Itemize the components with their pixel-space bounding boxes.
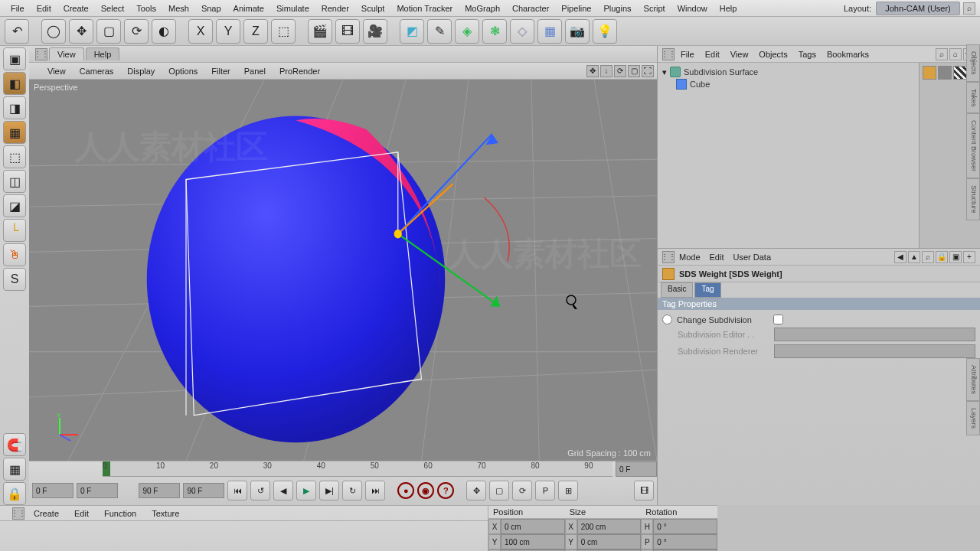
coord-size-field[interactable]: 0 cm — [577, 534, 642, 549]
menu-pipeline[interactable]: Pipeline — [555, 2, 597, 15]
matmenu-create[interactable]: Create — [28, 507, 65, 520]
panel-grip-icon[interactable]: ⋮⋮ — [35, 48, 47, 60]
coord-system-toggle[interactable]: ⬚ — [271, 19, 296, 44]
sidetab-structure[interactable]: Structure — [966, 178, 980, 220]
obj-panel-grip-icon[interactable]: ⋮⋮ — [662, 48, 675, 60]
obj-home-icon[interactable]: ⌂ — [949, 48, 962, 60]
go-start-button[interactable]: ⏮ — [227, 481, 247, 500]
view-rotate-icon[interactable]: ⟳ — [614, 65, 626, 77]
attrmenu-edit[interactable]: Edit — [705, 251, 729, 263]
attr-search-icon[interactable]: ⌕ — [922, 251, 934, 263]
menu-animate[interactable]: Animate — [227, 2, 270, 15]
sidetab-attributes[interactable]: Attributes — [966, 358, 980, 401]
disclosure-icon[interactable]: ▾ — [662, 67, 667, 77]
objmenu-objects[interactable]: Objects — [754, 48, 792, 60]
snap-enable-button[interactable]: 🧲 — [3, 433, 26, 456]
timeline-current-frame[interactable]: 0 F — [616, 461, 657, 477]
prev-frame-button[interactable]: ◀ — [273, 481, 293, 500]
axis-x-toggle[interactable]: X — [188, 19, 213, 44]
view-move-icon[interactable]: ✥ — [586, 65, 599, 77]
objmenu-file[interactable]: File — [676, 48, 699, 60]
menu-window[interactable]: Window — [671, 2, 714, 15]
sidetab-takes[interactable]: Takes — [966, 82, 980, 114]
layout-dropdown[interactable]: John-CAM (User) — [876, 2, 960, 15]
next-frame-button[interactable]: ▶| — [319, 481, 339, 500]
axis-y-toggle[interactable]: Y — [216, 19, 240, 44]
perspective-viewport[interactable]: Perspective — [29, 80, 657, 461]
autokey-button[interactable]: ◉ — [417, 482, 434, 499]
menu-plugins[interactable]: Plugins — [597, 2, 637, 15]
go-end-button[interactable]: ⏭ — [365, 481, 385, 500]
attr-prev-icon[interactable]: ◀ — [894, 251, 906, 263]
attr-tab-basic[interactable]: Basic — [661, 282, 693, 298]
texture-mode-button[interactable]: ◨ — [3, 96, 26, 119]
menu-mograph[interactable]: MoGraph — [459, 2, 506, 15]
obj-search-icon[interactable]: ⌕ — [936, 48, 948, 60]
sidetab-content-browser[interactable]: Content Browser — [966, 113, 980, 178]
timeline-start-field[interactable]: 0 F — [32, 483, 74, 498]
attr-new-icon[interactable]: ▣ — [949, 251, 962, 263]
change-subdivision-checkbox[interactable] — [773, 315, 783, 324]
key-scale-button[interactable]: ▢ — [489, 481, 509, 500]
workplane-mode-button[interactable]: ▦ — [3, 121, 26, 144]
tweak-mode-button[interactable]: 🖱 — [3, 243, 26, 266]
viewmenu-view[interactable]: View — [41, 65, 72, 77]
coord-size-field[interactable]: 200 cm — [577, 519, 642, 534]
attr-up-icon[interactable]: ▲ — [908, 251, 920, 263]
objmenu-edit[interactable]: Edit — [701, 48, 724, 60]
change-subdivision-radio[interactable] — [662, 315, 672, 324]
menu-sculpt[interactable]: Sculpt — [355, 2, 391, 15]
viewmenu-options[interactable]: Options — [162, 65, 204, 77]
menu-tools[interactable]: Tools — [130, 2, 162, 15]
matmenu-function[interactable]: Function — [98, 507, 142, 520]
add-pen-button[interactable]: ✎ — [427, 19, 452, 44]
add-deformer-button[interactable]: ◇ — [510, 19, 534, 44]
go-prev-key-button[interactable]: ↺ — [250, 481, 270, 500]
object-subdivision-surface[interactable]: ▾ Subdivision Surface — [661, 66, 916, 78]
axis-z-toggle[interactable]: Z — [243, 19, 268, 44]
coord-pos-field[interactable]: 100 cm — [501, 534, 565, 549]
add-camera-button[interactable]: 📷 — [565, 19, 590, 44]
matmenu-texture[interactable]: Texture — [145, 507, 185, 520]
layout-extra-icon[interactable]: ⌕ — [963, 2, 975, 15]
tab-help[interactable]: Help — [86, 47, 120, 60]
attr-lock-icon[interactable]: 🔒 — [936, 251, 948, 263]
menu-create[interactable]: Create — [57, 2, 95, 15]
viewmenu-cameras[interactable]: Cameras — [74, 65, 120, 77]
live-selection-tool[interactable]: ◯ — [41, 19, 66, 44]
key-pos-button[interactable]: ✥ — [466, 481, 486, 500]
model-mode-button[interactable]: ◧ — [3, 72, 26, 95]
menu-character[interactable]: Character — [506, 2, 555, 15]
menu-script[interactable]: Script — [638, 2, 671, 15]
view-toggle-icon[interactable]: ▢ — [628, 65, 640, 77]
snap-grid-button[interactable]: ▦ — [3, 458, 26, 481]
add-array-button[interactable]: ❃ — [482, 19, 507, 44]
viewmenu-filter[interactable]: Filter — [205, 65, 236, 77]
attr-tab-tag[interactable]: Tag — [694, 282, 720, 298]
undo-button[interactable]: ↶ — [5, 19, 29, 44]
add-subdivision-button[interactable]: ◈ — [455, 19, 479, 44]
timeline-dopesheet-button[interactable]: 🎞 — [634, 481, 654, 500]
tag-phong-icon[interactable] — [938, 66, 952, 80]
axis-mode-button[interactable]: └ — [3, 219, 26, 242]
attr-panel-grip-icon[interactable]: ⋮⋮ — [662, 251, 675, 263]
keyhelp-button[interactable]: ? — [437, 482, 454, 499]
timeline-ruler[interactable]: 0102030405060708090 — [103, 461, 612, 477]
make-editable-button[interactable]: ▣ — [3, 47, 26, 70]
render-view-button[interactable]: 🎬 — [308, 19, 332, 44]
point-mode-button[interactable]: ⬚ — [3, 145, 26, 168]
coord-pos-field[interactable]: 0 cm — [501, 519, 565, 534]
menu-simulate[interactable]: Simulate — [270, 2, 315, 15]
menu-help[interactable]: Help — [714, 2, 743, 15]
mat-panel-grip-icon[interactable]: ⋮⋮ — [12, 507, 24, 520]
menu-snap[interactable]: Snap — [195, 2, 227, 15]
key-pla-button[interactable]: ⊞ — [558, 481, 578, 500]
viewport-solo-button[interactable]: S — [3, 268, 26, 291]
timeline-left-range[interactable]: 0 F — [77, 483, 118, 498]
objmenu-bookmarks[interactable]: Bookmarks — [822, 48, 874, 60]
recent-tool[interactable]: ◐ — [152, 19, 176, 44]
add-light-button[interactable]: 💡 — [593, 19, 617, 44]
add-environment-button[interactable]: ▦ — [537, 19, 562, 44]
viewmenu-prorender[interactable]: ProRender — [273, 65, 326, 77]
play-button[interactable]: ▶ — [296, 481, 316, 500]
